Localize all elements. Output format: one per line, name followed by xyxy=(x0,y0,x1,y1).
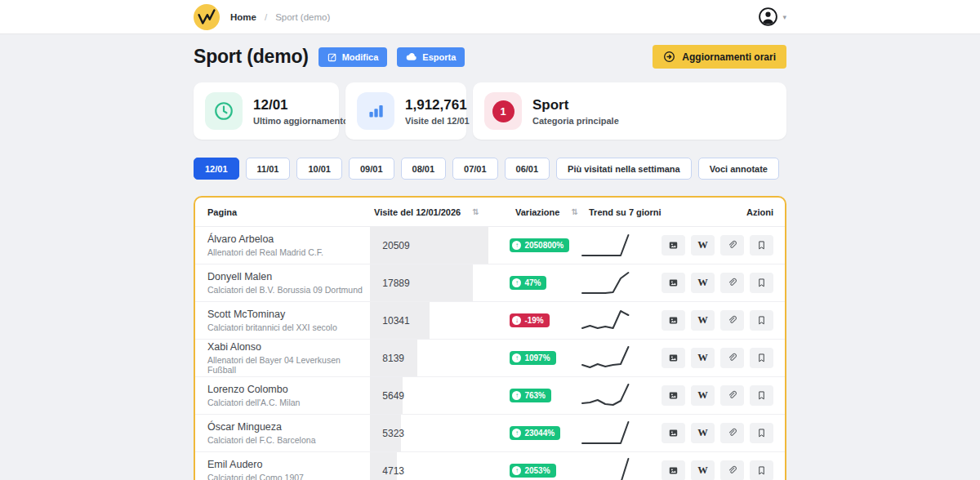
actions-cell: W xyxy=(662,415,785,451)
bookmark-action-button[interactable] xyxy=(750,273,773,293)
variation-value: 763% xyxy=(524,391,546,400)
stat-card-main-category: 1 Sport Categoria principale xyxy=(473,82,786,140)
bookmark-action-button[interactable] xyxy=(750,385,773,406)
stat-value: 1,912,761 xyxy=(405,97,470,113)
export-button-label: Esporta xyxy=(422,52,456,62)
bookmark-action-button[interactable] xyxy=(750,460,773,480)
wikipedia-action-button[interactable]: W xyxy=(691,235,715,256)
tab-voci-annotate[interactable]: Voci annotate xyxy=(698,158,779,180)
topbar: Home / Sport (demo) ▾ xyxy=(0,0,980,34)
hourly-updates-button[interactable]: Aggiornamenti orari xyxy=(653,45,786,69)
actions-cell: W xyxy=(662,227,785,264)
bar-chart-icon xyxy=(357,92,394,130)
actions-cell: W xyxy=(662,377,785,414)
bookmark-icon xyxy=(756,315,767,327)
tab-11-01[interactable]: 11/01 xyxy=(246,158,291,180)
tab-07-01[interactable]: 07/01 xyxy=(452,158,498,180)
variation-cell: ↑1097% xyxy=(508,340,580,376)
arrow-up-icon: ↑ xyxy=(512,353,521,362)
link-action-button[interactable] xyxy=(720,235,744,256)
wikipedia-action-button[interactable]: W xyxy=(691,348,715,368)
image-icon xyxy=(668,353,679,364)
wikipedia-action-button[interactable]: W xyxy=(691,385,715,406)
image-icon xyxy=(668,315,679,327)
link-action-button[interactable] xyxy=(720,385,744,406)
trend-sparkline xyxy=(580,380,630,411)
variation-value: 47% xyxy=(524,278,541,287)
column-header-visits[interactable]: Visite del 12/01/2026 ⇅ xyxy=(374,207,515,217)
visits-cell: 5649 xyxy=(370,377,508,414)
breadcrumb-home-link[interactable]: Home xyxy=(230,12,256,22)
page-name: Óscar Mingueza xyxy=(207,421,370,433)
page-cell: Álvaro ArbeloaAllenatori del Real Madrid… xyxy=(195,227,370,264)
image-action-button[interactable] xyxy=(662,235,685,256)
trend-cell xyxy=(580,227,662,264)
image-action-button[interactable] xyxy=(662,310,685,331)
stat-label: Visite del 12/01 xyxy=(405,116,470,126)
trend-cell xyxy=(580,377,662,414)
page-category: Calciatori del Como 1907 xyxy=(207,473,370,480)
bookmark-action-button[interactable] xyxy=(750,423,773,443)
variation-cell: ↑2053% xyxy=(508,452,580,480)
tab-pi-visitati-nella-settimana[interactable]: Più visitati nella settimana xyxy=(556,158,692,180)
visits-value: 5649 xyxy=(370,390,508,402)
trend-sparkline xyxy=(580,305,630,336)
tab-12-01[interactable]: 12/01 xyxy=(194,158,239,180)
wikipedia-icon: W xyxy=(697,278,708,289)
table-row: Scott McTominayCalciatori britannici del… xyxy=(195,302,785,340)
image-icon xyxy=(668,428,679,439)
sort-icon[interactable]: ⇅ xyxy=(571,207,577,216)
link-icon xyxy=(727,428,737,439)
image-action-button[interactable] xyxy=(662,460,685,480)
link-icon xyxy=(727,353,737,364)
link-action-button[interactable] xyxy=(720,310,744,331)
table-row: Xabi AlonsoAllenatori del Bayer 04 Lever… xyxy=(195,340,785,377)
stat-cards: 12/01 Ultimo aggiornamento 1,912,761 Vis… xyxy=(194,82,786,140)
column-header-page[interactable]: Pagina xyxy=(195,207,374,217)
bookmark-action-button[interactable] xyxy=(750,310,773,331)
stat-card-last-update: 12/01 Ultimo aggiornamento xyxy=(194,82,339,140)
variation-badge: ↓-19% xyxy=(510,313,549,327)
user-menu[interactable]: ▾ xyxy=(758,7,786,27)
visits-cell: 10341 xyxy=(370,302,508,339)
arrow-up-icon: ↑ xyxy=(512,241,521,250)
page-name: Donyell Malen xyxy=(207,271,370,282)
page-cell: Scott McTominayCalciatori britannici del… xyxy=(195,302,370,339)
page-category: Calciatori del F.C. Barcelona xyxy=(207,435,370,445)
page-name: Emil Audero xyxy=(207,459,370,470)
image-action-button[interactable] xyxy=(662,385,685,406)
stat-value: 12/01 xyxy=(253,97,349,113)
bookmark-action-button[interactable] xyxy=(750,348,773,368)
tab-10-01[interactable]: 10/01 xyxy=(296,158,342,180)
page-name: Álvaro Arbeloa xyxy=(207,233,370,245)
tab-06-01[interactable]: 06/01 xyxy=(505,158,550,180)
page-name: Lorenzo Colombo xyxy=(207,384,370,395)
link-action-button[interactable] xyxy=(720,348,744,368)
tab-08-01[interactable]: 08/01 xyxy=(401,158,447,180)
wikipedia-action-button[interactable]: W xyxy=(691,310,715,331)
edit-button[interactable]: Modifica xyxy=(318,47,388,67)
link-action-button[interactable] xyxy=(720,273,744,293)
variation-value: -19% xyxy=(524,316,543,325)
link-action-button[interactable] xyxy=(720,460,744,480)
arrow-circle-icon xyxy=(663,51,675,63)
tab-09-01[interactable]: 09/01 xyxy=(349,158,394,180)
app-logo[interactable] xyxy=(194,4,220,30)
wikipedia-action-button[interactable]: W xyxy=(691,460,715,480)
table-body: Álvaro ArbeloaAllenatori del Real Madrid… xyxy=(195,227,785,480)
image-action-button[interactable] xyxy=(662,273,685,293)
column-header-visits-label: Visite del 12/01/2026 xyxy=(374,207,461,217)
table-row: Emil AuderoCalciatori del Como 19074713↑… xyxy=(195,452,785,480)
bookmark-action-button[interactable] xyxy=(750,235,773,256)
image-action-button[interactable] xyxy=(662,348,685,368)
link-icon xyxy=(727,278,737,289)
wikipedia-action-button[interactable]: W xyxy=(691,423,715,443)
sort-icon[interactable]: ⇅ xyxy=(472,207,479,216)
link-action-button[interactable] xyxy=(720,423,744,443)
date-tabs: 12/0111/0110/0109/0108/0107/0106/01Più v… xyxy=(194,158,786,180)
wikipedia-action-button[interactable]: W xyxy=(691,273,715,293)
image-action-button[interactable] xyxy=(662,423,685,443)
column-header-variation[interactable]: Variazione ⇅ xyxy=(515,207,589,217)
stat-label: Categoria principale xyxy=(532,116,619,126)
export-button[interactable]: Esporta xyxy=(397,47,465,67)
